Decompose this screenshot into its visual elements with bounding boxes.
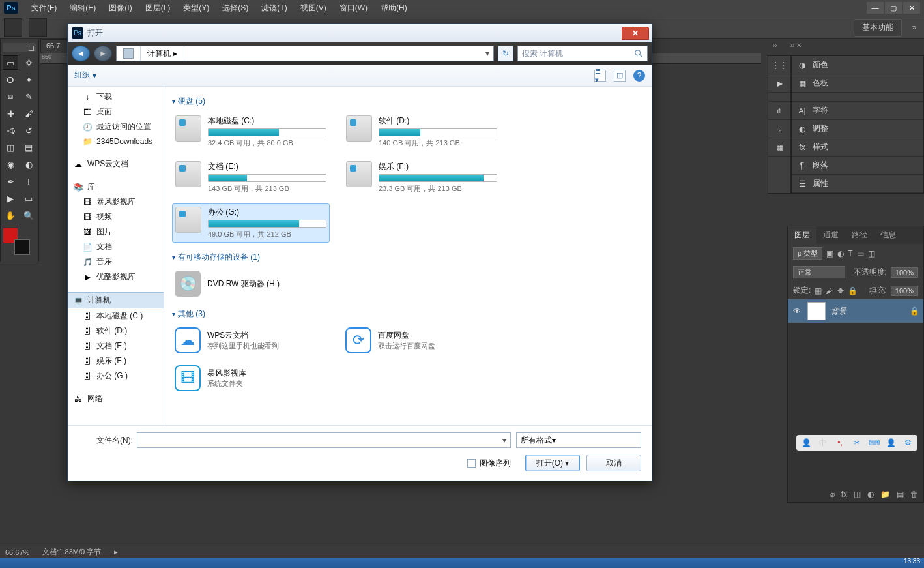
drive-item[interactable]: 办公 (G:)49.0 GB 可用，共 212 GB bbox=[172, 203, 330, 243]
panel-row-properties[interactable]: ☰属性 bbox=[792, 175, 923, 193]
new-layer-icon[interactable]: ▤ bbox=[897, 490, 904, 499]
panel-row-color[interactable]: ◑颜色 bbox=[792, 56, 923, 74]
filter-shape-icon[interactable]: ▭ bbox=[857, 249, 864, 258]
adjustment-layer-icon[interactable]: ◐ bbox=[867, 490, 874, 499]
tool-preset-icon[interactable] bbox=[4, 18, 22, 37]
tab-paths[interactable]: 路径 bbox=[845, 226, 874, 244]
shape-tool-icon[interactable]: ▭ bbox=[21, 191, 36, 205]
menu-window[interactable]: 窗口(W) bbox=[333, 3, 374, 14]
panel-row-styles[interactable]: fx样式 bbox=[792, 138, 923, 157]
sidebar-downloads[interactable]: ↓下载 bbox=[68, 89, 164, 104]
collapse-arrow-icon[interactable]: ›› bbox=[773, 42, 777, 49]
sidebar-drive-d[interactable]: 🗄软件 (D:) bbox=[68, 323, 164, 338]
sidebar-drive-c[interactable]: 🗄本地磁盘 (C:) bbox=[68, 308, 164, 323]
sidebar-wps[interactable]: ☁WPS云文档 bbox=[68, 157, 164, 172]
sidebar-lib-docs[interactable]: 📄文档 bbox=[68, 239, 164, 254]
dodge-tool-icon[interactable]: ◐ bbox=[21, 157, 36, 172]
filename-input[interactable]: ▾ bbox=[137, 432, 511, 448]
crop-tool-icon[interactable]: ⧈ bbox=[3, 89, 18, 104]
pen-tool-icon[interactable]: ✒ bbox=[3, 174, 18, 188]
layer-thumbnail[interactable] bbox=[807, 302, 826, 320]
helper-scissors-icon[interactable]: ✂ bbox=[851, 437, 863, 449]
preview-pane-button[interactable]: ◫ bbox=[614, 70, 626, 82]
group-icon[interactable]: 📁 bbox=[880, 490, 890, 499]
other-item[interactable]: ⟳百度网盘双击运行百度网盘 bbox=[343, 325, 500, 356]
sidebar-lib-videos[interactable]: 🎞视频 bbox=[68, 209, 164, 224]
cancel-button[interactable]: 取消 bbox=[586, 455, 641, 471]
taskbar[interactable]: 13:33 bbox=[0, 558, 924, 568]
sidebar-lib-pictures[interactable]: 🖼图片 bbox=[68, 224, 164, 239]
status-arrow-icon[interactable]: ▸ bbox=[114, 548, 118, 556]
sidebar-lib-music[interactable]: 🎵音乐 bbox=[68, 254, 164, 269]
sidebar-2345[interactable]: 📁2345Downloads bbox=[68, 134, 164, 149]
menu-filter[interactable]: 滤镜(T) bbox=[255, 3, 293, 14]
fill-value[interactable]: 100% bbox=[891, 286, 918, 296]
sidebar-drive-g[interactable]: 🗄办公 (G:) bbox=[68, 368, 164, 383]
opacity-value[interactable]: 100% bbox=[891, 267, 918, 278]
type-tool-icon[interactable]: T bbox=[21, 174, 36, 188]
tab-info[interactable]: 信息 bbox=[874, 226, 902, 244]
menu-image[interactable]: 图像(I) bbox=[102, 3, 138, 14]
brush-tool-icon[interactable]: 🖌 bbox=[21, 106, 36, 121]
layer-kind-filter[interactable]: ρ 类型 bbox=[793, 247, 822, 260]
arrange-icon[interactable]: ⋮⋮ bbox=[768, 56, 790, 74]
drive-item[interactable]: 软件 (D:)140 GB 可用，共 213 GB bbox=[343, 112, 500, 151]
path-select-tool-icon[interactable]: ▶ bbox=[3, 191, 18, 205]
sidebar-desktop[interactable]: 🗔桌面 bbox=[68, 104, 164, 119]
open-button[interactable]: 打开(O) ▾ bbox=[525, 455, 580, 471]
clone-source-icon[interactable]: ⵰ bbox=[768, 120, 790, 138]
breadcrumb-segment[interactable]: 计算机 bbox=[147, 48, 171, 59]
sidebar-lib-baofeng[interactable]: 🎞暴风影视库 bbox=[68, 194, 164, 209]
dialog-close-button[interactable]: ✕ bbox=[622, 27, 649, 40]
play-icon[interactable]: ▶ bbox=[768, 74, 790, 93]
drive-item[interactable]: 娱乐 (F:)23.3 GB 可用，共 213 GB bbox=[343, 158, 500, 197]
visibility-eye-icon[interactable]: 👁 bbox=[792, 306, 802, 316]
menu-view[interactable]: 视图(V) bbox=[294, 3, 333, 14]
drive-item[interactable]: 本地磁盘 (C:)32.4 GB 可用，共 80.0 GB bbox=[172, 112, 330, 151]
filter-image-icon[interactable]: ▣ bbox=[826, 249, 833, 258]
helper-user-icon[interactable]: 👤 bbox=[800, 437, 812, 449]
drive-item[interactable]: 文档 (E:)143 GB 可用，共 213 GB bbox=[172, 158, 330, 197]
tools-panel-header[interactable] bbox=[3, 43, 36, 52]
eyedropper-tool-icon[interactable]: ✎ bbox=[21, 89, 36, 104]
history-brush-tool-icon[interactable]: ↺ bbox=[21, 123, 36, 138]
color-swatches[interactable] bbox=[3, 228, 30, 255]
organize-menu[interactable]: 组织 ▾ bbox=[74, 70, 96, 81]
gradient-tool-icon[interactable]: ▤ bbox=[21, 140, 36, 155]
hand-tool-icon[interactable]: ✋ bbox=[3, 208, 18, 222]
sidebar-lib-youku[interactable]: ▶优酷影视库 bbox=[68, 269, 164, 284]
other-item[interactable]: ☁WPS云文档存到这里手机也能看到 bbox=[172, 325, 330, 356]
menu-layer[interactable]: 图层(L) bbox=[139, 3, 177, 14]
layer-mask-icon[interactable]: ◫ bbox=[854, 490, 861, 499]
format-select[interactable]: 所有格式▾ bbox=[516, 432, 641, 448]
search-input[interactable]: 搜索 计算机 bbox=[517, 46, 648, 61]
lock-pixels-icon[interactable]: ▦ bbox=[815, 286, 822, 295]
breadcrumb[interactable]: 计算机▸ ▾ bbox=[116, 46, 494, 61]
helper-punct-icon[interactable]: •, bbox=[834, 437, 846, 449]
wand-tool-icon[interactable]: ✦ bbox=[21, 72, 36, 87]
panel-row-swatches[interactable]: ▦色板 bbox=[792, 74, 923, 93]
healing-tool-icon[interactable]: ✚ bbox=[3, 106, 18, 121]
blur-tool-icon[interactable]: ◉ bbox=[3, 157, 18, 172]
sidebar-computer[interactable]: 💻计算机 bbox=[68, 292, 164, 308]
delete-layer-icon[interactable]: 🗑 bbox=[910, 490, 918, 499]
section-drives-header[interactable]: 硬盘 (5) bbox=[172, 96, 644, 107]
status-zoom[interactable]: 66.67% bbox=[5, 548, 29, 556]
lock-paint-icon[interactable]: 🖌 bbox=[826, 286, 833, 295]
sidebar-drive-f[interactable]: 🗄娱乐 (F:) bbox=[68, 353, 164, 368]
status-docinfo[interactable]: 文档:1.83M/0 字节 bbox=[42, 547, 101, 557]
tab-channels[interactable]: 通道 bbox=[816, 226, 845, 244]
lasso-tool-icon[interactable]: ⵔ bbox=[3, 72, 18, 87]
lock-position-icon[interactable]: ✥ bbox=[837, 286, 844, 295]
other-item[interactable]: 🎞暴风影视库系统文件夹 bbox=[172, 363, 330, 394]
chevron-down-icon[interactable]: ▾ bbox=[552, 436, 556, 445]
filter-type-icon[interactable]: T bbox=[848, 249, 852, 258]
menu-file[interactable]: 文件(F) bbox=[25, 3, 63, 14]
window-maximize-button[interactable]: ▢ bbox=[885, 2, 902, 14]
menu-help[interactable]: 帮助(H) bbox=[374, 3, 414, 14]
layer-row-background[interactable]: 👁 背景 🔒 bbox=[788, 299, 923, 323]
brush-presets-icon[interactable]: ⋔ bbox=[768, 102, 790, 120]
helper-settings-icon[interactable]: ⚙ bbox=[902, 437, 914, 449]
link-layers-icon[interactable]: ⌀ bbox=[830, 490, 835, 499]
breadcrumb-dropdown-icon[interactable]: ▾ bbox=[482, 49, 493, 58]
